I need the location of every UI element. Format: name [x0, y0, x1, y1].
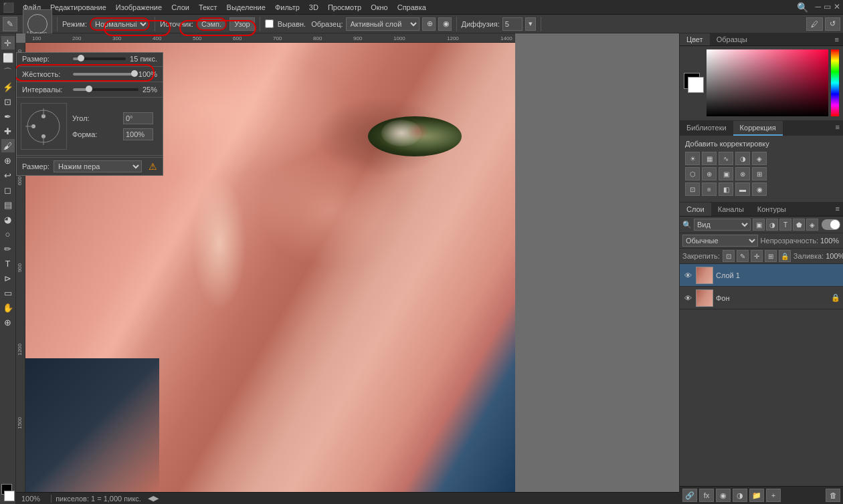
layer-filter-shape[interactable]: ⬟: [793, 219, 805, 231]
tab-channels[interactable]: Каналы: [711, 203, 751, 216]
tool-eyedropper[interactable]: ✒: [1, 110, 15, 123]
lock-brush-btn[interactable]: ✎: [737, 250, 749, 262]
lock-artboard-btn[interactable]: ⊞: [765, 250, 777, 262]
opacity-value[interactable]: 100%: [820, 237, 840, 245]
tool-eraser[interactable]: ◻: [1, 183, 15, 197]
diffusion-input[interactable]: [502, 17, 523, 31]
hue-slider[interactable]: [831, 49, 839, 116]
correction-menu[interactable]: ≡: [832, 121, 843, 136]
tool-text[interactable]: T: [1, 257, 15, 270]
layer-delete-btn[interactable]: 🗑: [826, 489, 840, 502]
bg-color-block[interactable]: [688, 77, 704, 93]
posterize-btn[interactable]: ≡: [702, 182, 717, 196]
tool-zoom[interactable]: ⊕: [1, 316, 15, 329]
tool-wand[interactable]: ⚡: [1, 80, 15, 94]
mode-select[interactable]: Нормальный: [90, 17, 150, 31]
lock-transparent-btn[interactable]: ⊡: [723, 250, 735, 262]
brightness-contrast-btn[interactable]: ☀: [685, 152, 700, 165]
rotate-view-btn[interactable]: ↺: [825, 17, 840, 31]
hardness-slider[interactable]: [73, 73, 134, 76]
source-pattern-btn[interactable]: Узор: [229, 17, 255, 31]
channel-mixer-btn[interactable]: ⊞: [752, 167, 767, 180]
window-restore-icon[interactable]: ▭: [824, 2, 831, 13]
gradient-map-btn[interactable]: ▬: [735, 182, 750, 196]
tool-shape[interactable]: ▭: [1, 286, 15, 299]
layer-filter-pixel[interactable]: ▣: [753, 219, 765, 231]
tool-gradient[interactable]: ▤: [1, 198, 15, 211]
invert-btn[interactable]: ⊡: [685, 182, 700, 196]
menu-filter[interactable]: Фильтр: [270, 2, 304, 13]
tab-samples[interactable]: Образцы: [710, 33, 754, 45]
tool-blur[interactable]: ◕: [1, 213, 15, 226]
layer-visibility-0[interactable]: 👁: [682, 270, 693, 281]
layer-adj-btn[interactable]: ◑: [733, 489, 747, 502]
tool-pen[interactable]: ✏: [1, 242, 15, 255]
layer-filter-select[interactable]: Вид: [694, 219, 751, 231]
threshold-btn[interactable]: ◧: [719, 182, 733, 196]
tool-clone[interactable]: ⊕: [1, 154, 15, 167]
bg-color-swatch[interactable]: [4, 491, 15, 501]
preset-select[interactable]: Нажим пера: [54, 160, 142, 172]
tool-move[interactable]: ✛: [1, 36, 15, 49]
layer-filter-adj[interactable]: ◑: [766, 219, 778, 231]
lock-all-btn[interactable]: 🔒: [779, 250, 791, 262]
menu-select[interactable]: Выделение: [222, 2, 270, 13]
selective-color-btn[interactable]: ◉: [752, 182, 767, 196]
tool-crop[interactable]: ⊡: [1, 95, 15, 108]
tool-lasso[interactable]: ⌒: [1, 66, 15, 79]
angle-input[interactable]: [123, 112, 153, 124]
tool-brush[interactable]: 🖌: [1, 139, 15, 152]
search-icon[interactable]: 🔍: [797, 2, 808, 13]
source-sample-btn[interactable]: Сэмп.: [196, 17, 227, 31]
sample-select[interactable]: Активный слой: [346, 17, 419, 31]
layer-link-btn[interactable]: 🔗: [682, 489, 697, 502]
menu-window[interactable]: Окно: [366, 2, 393, 13]
levels-btn[interactable]: ▦: [702, 152, 717, 165]
lock-move-btn[interactable]: ✛: [751, 250, 763, 262]
layer-new-btn[interactable]: +: [766, 489, 781, 502]
menu-help[interactable]: Справка: [393, 2, 431, 13]
diffusion-dropdown[interactable]: ▾: [525, 17, 536, 31]
tool-path-select[interactable]: ⊳: [1, 271, 15, 285]
window-close-icon[interactable]: ✕: [834, 2, 840, 13]
tool-history[interactable]: ↩: [1, 168, 15, 182]
layer-fx-btn[interactable]: fx: [699, 489, 714, 502]
clone-source-btn[interactable]: ◉: [438, 17, 452, 31]
color-saturation-field[interactable]: [707, 49, 828, 116]
layer-row-0[interactable]: 👁 Слой 1: [680, 264, 843, 287]
layer-row-1[interactable]: 👁 Фон 🔒: [680, 287, 843, 309]
pressure-pen-btn[interactable]: 🖊: [806, 17, 823, 31]
size-slider[interactable]: [73, 57, 126, 60]
tab-layers[interactable]: Слои: [680, 203, 711, 216]
hue-sat-btn[interactable]: ⬡: [685, 167, 700, 180]
prev-btn[interactable]: ◀: [148, 494, 153, 503]
menu-edit[interactable]: Редактирование: [45, 2, 111, 13]
blend-mode-select[interactable]: Обычные: [682, 235, 758, 247]
menu-layers[interactable]: Слои: [167, 2, 194, 13]
curves-btn[interactable]: ∿: [719, 152, 733, 165]
exposure-btn[interactable]: ◑: [735, 152, 750, 165]
sample-adj-btn[interactable]: ⊕: [422, 17, 436, 31]
tool-marquee[interactable]: ⬜: [1, 51, 15, 64]
layer-filter-smart[interactable]: ◈: [806, 219, 818, 231]
layers-menu[interactable]: ≡: [832, 203, 843, 216]
bw-btn[interactable]: ▣: [719, 167, 733, 180]
tool-hand[interactable]: ✋: [1, 301, 15, 314]
menu-image[interactable]: Изображение: [111, 2, 167, 13]
menu-view[interactable]: Просмотр: [323, 2, 366, 13]
layer-mask-btn[interactable]: ◉: [716, 489, 731, 502]
menu-text[interactable]: Текст: [194, 2, 222, 13]
tool-dodge[interactable]: ○: [1, 227, 15, 241]
layer-filter-toggle[interactable]: [822, 219, 840, 230]
layer-group-btn[interactable]: 📁: [749, 489, 764, 502]
tab-libraries[interactable]: Библиотеки: [680, 121, 733, 136]
fill-value[interactable]: 100%: [826, 252, 843, 260]
tab-correction[interactable]: Коррекция: [733, 121, 783, 136]
menu-3d[interactable]: 3D: [304, 2, 323, 13]
layer-visibility-1[interactable]: 👁: [682, 293, 693, 303]
next-btn[interactable]: ▶: [153, 494, 159, 503]
window-minimize-icon[interactable]: ─: [815, 2, 821, 13]
interval-slider[interactable]: [73, 88, 138, 91]
vibrance-btn[interactable]: ◈: [752, 152, 767, 165]
color-panel-menu[interactable]: ≡: [831, 33, 843, 45]
